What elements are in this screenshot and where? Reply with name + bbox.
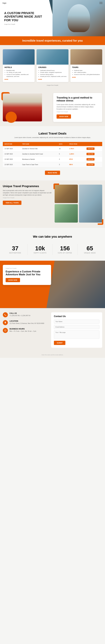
hotels-feature-2: A/c, dining, en-suite credit [7,72,33,74]
hotels-card-body: HOTELS Breakfast daily A/c, dining, en-s… [3,64,35,82]
cruises-features: Dedicated onboard luxury Private cabins,… [38,70,67,78]
stress-body: Lorem ipsum dolor sit amet, consectetur … [57,104,99,110]
programmes-view-tours-button[interactable]: VIEW ALL TOURS [3,201,21,205]
tours-feature-2: 200+ vetted providers [74,72,100,74]
col-action [85,142,102,146]
stress-book-now-button[interactable]: BOOK NOW [57,114,71,118]
tours-card: TOURS Preferred rates 200+ vetted provid… [70,49,102,82]
stress-content-box: Traveling is a good method to release st… [53,93,102,122]
programmes-section: Unique Travel Programmes Sed ut perspici… [0,180,105,228]
hotels-more-link[interactable]: MORE [5,79,8,80]
stat-clients: 10k HAPPY CLIENTS [28,244,53,255]
hotels-title: HOTELS [5,66,33,68]
tours-more-link[interactable]: MORE [72,76,76,78]
cruises-card-body: CRUISES Dedicated onboard luxury Private… [37,64,68,82]
email-input[interactable] [54,325,99,329]
contact-location-label: LOCATION [10,320,44,322]
deal-days-3: 3 [57,156,68,162]
stat-ideas-number: 65 [80,246,99,251]
tours-image [70,49,102,64]
deal-trip-2: Zanzibar to Zanzibar North Coast [21,151,57,156]
programmes-body: Sed ut perspiciatis unde omnis iste natu… [3,190,52,196]
view-trip-button-1[interactable]: VIEW TRIP [86,148,94,150]
deals-table-body: 13 SEP 2023 Zanzibar to Victoria Falls 1… [3,146,102,167]
table-row: 13 SEP 2023 Zanzibar to Zanzibar North C… [3,151,102,156]
table-row: 13 SEP 2023 Cape Town to Cape Town 3 950… [3,162,102,167]
stat-coffee-label: CUPS OF COFFEE [55,252,75,254]
cruises-feature-3: Premium dining options [40,74,67,76]
contact-form-panel: Contact Us SUBMIT [51,312,102,348]
stat-clients-label: HAPPY CLIENTS [31,252,50,254]
adventure-book-now-button[interactable]: BOOK NOW [6,278,20,282]
programmes-image-credit: Images from Freepik [3,197,52,198]
name-input[interactable] [54,320,99,324]
adventure-content-box: Image from Freepik Experience a Custom P… [3,265,51,285]
deals-table: DEPARTURE TRIP NAME DAYS PRICE FROM 13 S… [3,142,102,167]
deal-action-4[interactable]: VIEW TRIP [85,162,102,167]
email-field[interactable] [54,325,99,329]
programmes-image-2 [79,184,102,222]
deals-table-header: DEPARTURE TRIP NAME DAYS PRICE FROM [3,142,102,146]
submit-button[interactable]: SUBMIT [54,341,65,345]
logo: logo [3,2,6,4]
programmes-images-grid [55,184,102,224]
deal-action-3[interactable]: VIEW TRIP [85,156,102,162]
hotels-card: HOTELS Breakfast daily A/c, dining, en-s… [3,49,35,82]
menu-icon[interactable] [99,2,102,4]
clock-icon [3,328,8,333]
adventure-section: Image from Freepik Experience a Custom P… [0,261,105,308]
programmes-title: Unique Travel Programmes [3,184,52,188]
cruises-title: CRUISES [38,66,67,68]
tours-card-body: TOURS Preferred rates 200+ vetted provid… [70,64,102,80]
message-input[interactable] [54,330,99,339]
cards-image-credit: Images from Freepik [3,84,102,86]
hero-image-credit: Image from Freepik [4,24,49,25]
contact-location-text: LOCATION 121 Rock Street, 21 Avenue, New… [10,320,44,325]
deal-date-1: 13 SEP 2023 [3,146,21,152]
view-trip-button-2[interactable]: VIEW TRIP [86,153,94,155]
hotels-features: Breakfast daily A/c, dining, en-suite cr… [5,70,33,78]
cruises-image [37,49,68,64]
name-field[interactable] [54,320,99,324]
deal-price-3: 970 € [68,156,85,162]
contact-call-label: CALL US [10,312,30,314]
view-trip-button-4[interactable]: VIEW TRIP [86,164,94,166]
deal-action-2[interactable]: VIEW TRIP [85,151,102,156]
deal-date-3: 13 SEP 2023 [3,156,21,162]
deal-price-1: 1.752 € [68,146,85,152]
deal-trip-3: Mombasa to Nairobi [21,156,57,162]
message-field[interactable] [54,330,99,339]
stress-title: Traveling is a good method to release st… [57,96,99,102]
col-trip-name: TRIP NAME [21,142,57,146]
stat-coffee: 156 CUPS OF COFFEE [53,244,78,255]
phone-icon [3,312,8,317]
contact-hours-value: Mon – Fri: 9 am – 6 pm, Sat: 10 am – 2 p… [10,330,36,332]
col-price: PRICE FROM [68,142,85,146]
stat-clients-number: 10k [31,246,50,251]
deal-date-4: 13 SEP 2023 [3,162,21,167]
deal-action-1[interactable]: VIEW TRIP [85,146,102,152]
cruises-feature-1: Dedicated onboard luxury [40,70,67,72]
stat-ideas-label: UNIQUE IDEAS [80,252,99,254]
tours-title: TOURS [72,66,100,68]
tagline-section: Incredible travel experiences, curated f… [0,36,105,45]
tours-features: Preferred rates 200+ vetted providers Ac… [72,70,100,76]
table-row: 13 SEP 2023 Mombasa to Nairobi 3 970 € V… [3,156,102,162]
stats-title: We can take you anywhere [3,235,102,238]
stress-section: Traveling is a good method to release st… [0,89,105,126]
hotels-feature-3: Access to room facilities, amenities and… [7,74,33,78]
tours-feature-3: Access to more than 1,500 global destina… [74,74,100,76]
cards-section: HOTELS Breakfast daily A/c, dining, en-s… [0,45,105,89]
deals-read-more-button[interactable]: READ MORE [45,171,60,175]
col-days: DAYS [57,142,68,146]
contact-section: CALL US +1 (234) 567-89, +1 (234) 987-54… [0,308,105,352]
programmes-corner-top-left [53,184,59,189]
cruises-more-link[interactable]: MORE [38,79,42,80]
contact-hours-item: BUSINESS HOURS Mon – Fri: 9 am – 6 pm, S… [3,328,48,333]
contact-call-value: +1 (234) 567-89, +1 (234) 987-54 [10,314,30,317]
view-trip-button-3[interactable]: VIEW TRIP [86,158,94,160]
stress-image-credit: Image From Freepik [57,111,99,112]
deals-more-wrap: READ MORE [3,171,102,175]
deals-header-row: DEPARTURE TRIP NAME DAYS PRICE FROM [3,142,102,146]
contact-info-panel: CALL US +1 (234) 567-89, +1 (234) 987-54… [3,312,48,348]
